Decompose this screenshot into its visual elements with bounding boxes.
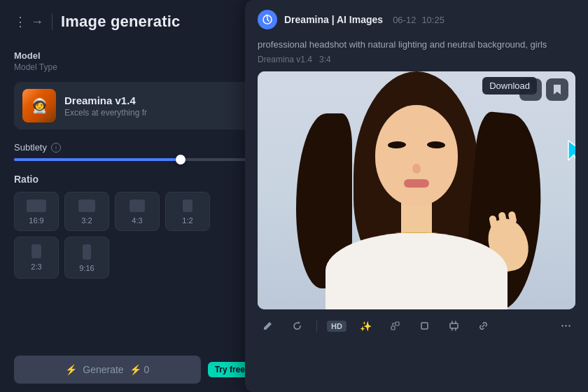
ratio-label: Ratio [14,174,252,185]
ratio-icon-3-2 [78,200,95,212]
right-eye [427,141,445,148]
ratio-btn-1-2[interactable]: 1:2 [165,192,210,231]
slider-thumb[interactable] [176,155,186,164]
svg-rect-2 [396,322,399,326]
svg-point-7 [568,325,570,326]
sidebar-toggle-icon[interactable]: ⋮→ [14,14,43,29]
ratio-label-9-16: 9:16 [79,264,94,272]
svg-rect-3 [421,323,428,329]
model-description: Excels at everything fr [64,108,147,118]
ratio-icon-4-3 [130,200,145,212]
ratio-btn-16-9[interactable]: 16:9 [14,192,59,231]
lips [404,179,429,188]
image-area: Download [258,71,575,309]
upscale-tool-button[interactable] [386,316,405,336]
svg-point-5 [561,325,563,326]
ratio-grid-row1: 16:9 3:2 4:3 1:2 [14,192,252,231]
prompt-ratio-tag: 3:4 [319,55,331,64]
download-tooltip: Download [482,77,537,94]
ratio-label-1-2: 1:2 [182,216,192,225]
date-text: 06-12 [393,15,416,25]
subtlety-row: Subtlety i [14,142,252,153]
link-tool-button[interactable] [474,316,493,336]
subtlety-slider[interactable] [14,158,252,161]
page-title: Image generatic [61,13,181,31]
bookmark-image-button[interactable] [546,78,568,101]
model-thumbnail: 🧑‍🚀 [22,89,56,122]
prompt-area: professional headshot with natural light… [245,35,588,71]
ratio-btn-3-2[interactable]: 3:2 [64,192,109,231]
prompt-model-tag: Dreamina v1.4 [258,55,312,64]
subtlety-label: Subtlety [14,142,47,153]
ratio-btn-9-16[interactable]: 9:16 [64,237,109,279]
extend-tool-button[interactable] [444,316,464,336]
ratio-icon-2-3 [31,244,41,258]
model-name: Dreamina v1.4 [64,94,147,106]
header-divider [52,13,52,30]
prompt-meta: Dreamina v1.4 3:4 [258,55,575,64]
right-header: Dreamina | AI Images 06-12 10:25 [245,0,588,35]
ratio-icon-9-16 [83,244,91,260]
prompt-text: professional headshot with natural light… [258,38,575,52]
ratio-label-16-9: 16:9 [29,216,43,225]
header-meta: 06-12 10:25 [393,15,444,25]
generate-button[interactable]: ⚡ Generate ⚡ 0 [14,356,201,384]
svg-rect-1 [391,326,395,330]
necklace [396,232,438,233]
time-text: 10:25 [421,15,444,25]
ratio-btn-2-3[interactable]: 2:3 [14,237,59,279]
ratio-btn-4-3[interactable]: 4:3 [115,192,160,231]
right-panel: Dreamina | AI Images 06-12 10:25 profess… [245,0,588,392]
ratio-label-3-2: 3:2 [81,216,92,225]
left-panel: ⋮→ Image generatic Model Model Type 🧑‍🚀 … [0,0,266,392]
enhance-tool-button[interactable]: ✨ [356,316,376,336]
svg-rect-4 [450,323,458,328]
nose [412,164,421,174]
generate-label: Generate [83,364,123,375]
bottom-toolbar: HD ✨ [245,309,588,343]
model-card[interactable]: 🧑‍🚀 Dreamina v1.4 Excels at everything f… [14,82,252,130]
left-header: ⋮→ Image generatic [0,0,266,43]
more-tools-button[interactable] [556,316,575,336]
app-name: Dreamina | AI Images [284,14,383,25]
app-icon [258,10,277,29]
model-thumb-emoji: 🧑‍🚀 [22,89,56,122]
model-info: Dreamina v1.4 Excels at everything fr [64,94,147,118]
ratio-label-4-3: 4:3 [132,216,142,225]
toolbar-separator-1 [316,321,317,332]
generate-bar: ⚡ Generate ⚡ 0 Try free [0,347,266,392]
ratio-icon-1-2 [183,200,192,212]
info-icon: i [51,143,61,153]
edit-tool-button[interactable] [258,316,277,336]
ratio-icon-16-9 [27,200,46,212]
left-content: Model Model Type 🧑‍🚀 Dreamina v1.4 Excel… [0,43,266,300]
slider-fill [14,158,186,161]
model-sub-label: Model Type [14,62,252,72]
shoulders [326,232,507,309]
left-eye [388,141,406,148]
ai-generated-image [258,71,575,309]
svg-point-6 [565,325,566,326]
generate-icon: ⚡ [65,364,77,375]
face [375,105,458,206]
crop-tool-button[interactable] [415,316,435,336]
generate-count: ⚡ 0 [130,364,150,375]
ratio-grid-row2: 2:3 9:16 [14,237,252,279]
hd-toggle[interactable]: HD [327,321,346,332]
refresh-tool-button[interactable] [287,316,307,336]
ratio-label-2-3: 2:3 [31,262,41,271]
model-label: Model [14,50,252,61]
